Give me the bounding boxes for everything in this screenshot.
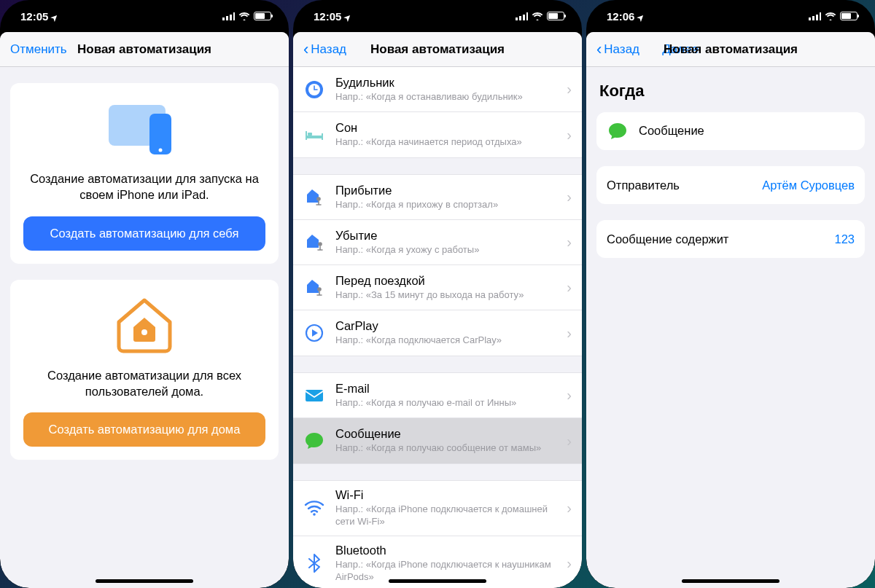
status-bar: 12:05 bbox=[293, 0, 582, 32]
nav-bar: Отменить Новая автоматизация bbox=[0, 32, 289, 67]
battery-icon bbox=[254, 12, 271, 20]
phone-3: 12:06 ‹ Назад Новая автоматизация Далее … bbox=[586, 0, 875, 588]
row-subtitle: Напр.: «Когда я получаю сообщение от мам… bbox=[335, 442, 561, 455]
row-subtitle: Напр.: «Когда я прихожу в спортзал» bbox=[335, 199, 561, 211]
cancel-button[interactable]: Отменить bbox=[10, 42, 67, 57]
nav-title: Новая автоматизация bbox=[370, 42, 505, 57]
trigger-alarm[interactable]: Будильник Напр.: «Когда я останавливаю б… bbox=[293, 67, 582, 112]
trigger-name: Сообщение bbox=[639, 124, 704, 138]
trigger-leave[interactable]: Убытие Напр.: «Когда я ухожу с работы» › bbox=[293, 220, 582, 265]
svg-rect-9 bbox=[308, 133, 312, 136]
row-title: Wi-Fi bbox=[335, 488, 561, 502]
svg-point-10 bbox=[316, 197, 321, 201]
row-subtitle: Напр.: «Когда я останавливаю будильник» bbox=[335, 91, 561, 103]
personal-card-text: Создание автоматизации для запуска на св… bbox=[23, 170, 265, 203]
row-subtitle: Напр.: «Когда я получаю e-mail от Инны» bbox=[335, 397, 561, 409]
row-title: Сон bbox=[335, 121, 561, 135]
row-title: E-mail bbox=[335, 382, 561, 396]
svg-point-3 bbox=[141, 329, 147, 335]
chevron-right-icon: › bbox=[567, 555, 572, 572]
location-icon bbox=[344, 10, 351, 23]
phone-2: 12:05 ‹ Назад Новая автоматизация bbox=[293, 0, 582, 588]
row-subtitle: Напр.: «За 15 минут до выхода на работу» bbox=[335, 289, 561, 302]
wifi-icon bbox=[825, 12, 836, 20]
chevron-right-icon: › bbox=[567, 279, 572, 296]
home-indicator[interactable] bbox=[682, 579, 779, 583]
back-button[interactable]: ‹ Назад bbox=[596, 42, 648, 58]
wifi-icon bbox=[532, 12, 543, 20]
trigger-wifi[interactable]: Wi-Fi Напр.: «Когда iPhone подключается … bbox=[293, 481, 582, 536]
battery-icon bbox=[547, 12, 564, 20]
chevron-right-icon: › bbox=[567, 81, 572, 98]
home-card-text: Создание автоматизации для всех пользова… bbox=[23, 367, 265, 400]
home-icon bbox=[23, 296, 265, 354]
chevron-right-icon: › bbox=[567, 500, 572, 517]
location-icon bbox=[51, 10, 58, 23]
trigger-sleep[interactable]: Сон Напр.: «Когда начинается период отды… bbox=[293, 112, 582, 157]
row-title: Убытие bbox=[335, 229, 561, 243]
contains-row[interactable]: Сообщение содержит 123 bbox=[596, 220, 865, 258]
row-subtitle: Напр.: «Когда я ухожу с работы» bbox=[335, 244, 561, 256]
svg-point-11 bbox=[318, 242, 322, 246]
chevron-right-icon: › bbox=[567, 127, 572, 144]
chevron-back-icon: ‹ bbox=[303, 42, 308, 58]
sender-row[interactable]: Отправитель Артём Суровцев bbox=[596, 166, 865, 204]
contains-value: 123 bbox=[834, 232, 855, 246]
home-indicator[interactable] bbox=[96, 579, 193, 583]
status-time: 12:05 bbox=[20, 10, 48, 23]
svg-point-15 bbox=[313, 514, 316, 517]
commute-icon bbox=[303, 277, 325, 299]
trigger-arrive[interactable]: Прибытие Напр.: «Когда я прихожу в спорт… bbox=[293, 175, 582, 220]
arrive-icon bbox=[303, 187, 325, 208]
chevron-back-icon: ‹ bbox=[596, 42, 602, 58]
create-personal-button[interactable]: Создать автоматизацию для себя bbox=[23, 216, 265, 251]
chevron-right-icon: › bbox=[567, 325, 572, 342]
when-header: Когда bbox=[586, 67, 875, 108]
home-indicator[interactable] bbox=[389, 579, 486, 583]
svg-rect-6 bbox=[306, 136, 323, 138]
row-title: CarPlay bbox=[335, 319, 561, 333]
nav-title: Новая автоматизация bbox=[77, 42, 211, 57]
when-trigger-row: Сообщение bbox=[596, 112, 865, 150]
chevron-right-icon: › bbox=[567, 234, 572, 251]
trigger-commute[interactable]: Перед поездкой Напр.: «За 15 минут до вы… bbox=[293, 265, 582, 310]
battery-icon bbox=[840, 12, 858, 20]
chevron-right-icon: › bbox=[567, 189, 572, 205]
status-bar: 12:06 bbox=[586, 0, 875, 32]
svg-point-2 bbox=[159, 149, 163, 152]
trigger-message[interactable]: Сообщение Напр.: «Когда я получаю сообще… bbox=[293, 418, 582, 463]
row-title: Сообщение bbox=[335, 427, 561, 441]
svg-rect-8 bbox=[322, 133, 323, 140]
cellular-icon bbox=[516, 10, 528, 23]
alarm-icon bbox=[303, 79, 325, 101]
svg-point-12 bbox=[317, 287, 322, 291]
status-time: 12:05 bbox=[314, 10, 341, 23]
create-home-button[interactable]: Создать автоматизацию для дома bbox=[23, 412, 265, 447]
nav-title: Новая автоматизация bbox=[664, 42, 798, 57]
sleep-icon bbox=[303, 124, 325, 146]
back-button[interactable]: ‹ Назад bbox=[303, 42, 354, 58]
back-label: Назад bbox=[311, 42, 346, 57]
message-icon bbox=[303, 430, 325, 452]
row-subtitle: Напр.: «Когда начинается период отдыха» bbox=[335, 136, 561, 149]
trigger-email[interactable]: E-mail Напр.: «Когда я получаю e-mail от… bbox=[293, 373, 582, 418]
sender-value: Артём Суровцев bbox=[762, 179, 855, 192]
message-icon bbox=[607, 120, 629, 142]
cellular-icon bbox=[809, 10, 821, 23]
sender-label: Отправитель bbox=[607, 179, 680, 192]
row-title: Прибытие bbox=[335, 184, 561, 197]
svg-rect-7 bbox=[306, 131, 307, 140]
row-subtitle: Напр.: «Когда iPhone подключается к дома… bbox=[335, 503, 561, 528]
wifi-trigger-icon bbox=[303, 497, 325, 519]
leave-icon bbox=[303, 232, 325, 254]
cellular-icon bbox=[222, 10, 235, 23]
wifi-icon bbox=[238, 12, 250, 20]
status-bar: 12:05 bbox=[0, 0, 289, 32]
chevron-right-icon: › bbox=[567, 433, 572, 450]
personal-automation-card: Создание автоматизации для запуска на св… bbox=[10, 83, 279, 264]
back-label: Назад bbox=[604, 42, 639, 57]
svg-rect-14 bbox=[306, 390, 323, 401]
trigger-carplay[interactable]: CarPlay Напр.: «Когда подключается CarPl… bbox=[293, 310, 582, 356]
bluetooth-icon bbox=[303, 552, 325, 574]
location-icon bbox=[637, 10, 644, 23]
